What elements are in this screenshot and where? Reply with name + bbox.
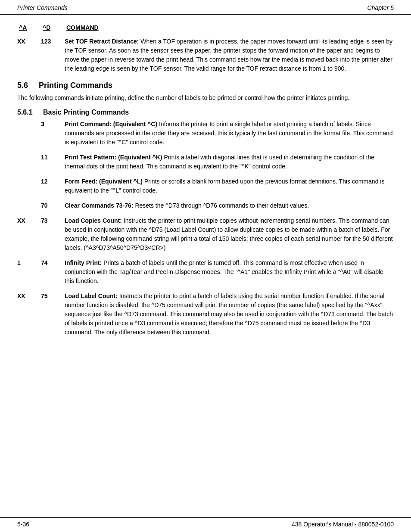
cmd-11-num: 11 [17, 153, 65, 171]
cmd-entry-12: 12 Form Feed: (Equivalent ^L) Prints or … [17, 177, 394, 195]
cmd-70-text: Resets the ^D73 through ^D76 commands to… [135, 202, 309, 209]
tof-desc: Set TOF Retract Distance: When a TOF ope… [65, 37, 394, 73]
cmd-73-title: Load Copies Count: [65, 217, 122, 224]
section-561-heading: 5.6.1 Basic Printing Commands [17, 109, 394, 116]
cmd-75-d: 75 [41, 292, 65, 337]
cmd-74-a: 1 [17, 258, 41, 286]
cmd-11-title: Print Test Pattern: (Equivalent ^K) [65, 154, 162, 161]
cmd-70-title: Clear Commands 73-76: [65, 202, 135, 209]
cmd-3-title: Print Command: (Equivalent ^C) [65, 121, 157, 128]
footer-right: 438 Operator's Manual - 880052-0100 [292, 521, 394, 528]
cmd-75-title: Load Label Count: [65, 292, 118, 299]
col-head-d: ^D [41, 23, 65, 32]
cmd-12-desc: Form Feed: (Equivalent ^L) Prints or scr… [65, 177, 394, 195]
cmd-70-num: 70 [17, 201, 65, 210]
cmd-entry-70: 70 Clear Commands 73-76: Resets the ^D73… [17, 201, 394, 210]
page: Printer Commands Chapter 5 ^A ^D COMMAND… [0, 0, 411, 532]
cmd-73-a: XX [17, 216, 41, 252]
page-header: Printer Commands Chapter 5 [0, 0, 411, 15]
cmd-73-desc: Load Copies Count: Instructs the printer… [65, 216, 394, 252]
cmd-12-num: 12 [17, 177, 65, 195]
command-table-header: ^A ^D COMMAND [17, 23, 394, 32]
cmd-entry-75: XX 75 Load Label Count: Instructs the pr… [17, 292, 394, 337]
footer-left: 5-36 [17, 521, 29, 528]
cmd-entry-11: 11 Print Test Pattern: (Equivalent ^K) P… [17, 153, 394, 171]
tof-entry: XX 123 Set TOF Retract Distance: When a … [17, 37, 394, 73]
cmd-74-title: Infinity Print: [65, 259, 102, 266]
cmd-73-d: 73 [41, 216, 65, 252]
section-56-title: Printing Commands [39, 81, 112, 90]
section-56-intro: The following commands initiate printing… [17, 93, 394, 103]
cmd-3-num: 3 [17, 120, 65, 147]
cmd-74-desc: Infinity Print: Prints a batch of labels… [65, 258, 394, 286]
cmd-entry-74: 1 74 Infinity Print: Prints a batch of l… [17, 258, 394, 286]
cmd-entry-73: XX 73 Load Copies Count: Instructs the p… [17, 216, 394, 252]
col-head-cmd: COMMAND [65, 23, 394, 32]
page-content: ^A ^D COMMAND XX 123 Set TOF Retract Dis… [0, 15, 411, 517]
header-right: Chapter 5 [367, 4, 394, 11]
cmd-70-desc: Clear Commands 73-76: Resets the ^D73 th… [65, 201, 394, 210]
cmd-74-d: 74 [41, 258, 65, 286]
cmd-74-text: Prints a batch of labels until the print… [65, 259, 383, 284]
cmd-12-title: Form Feed: (Equivalent ^L) [65, 178, 143, 185]
col-head-a: ^A [17, 23, 41, 32]
cmd-75-a: XX [17, 292, 41, 337]
section-56-heading: 5.6 Printing Commands [17, 81, 394, 90]
cmd-75-desc: Load Label Count: Instructs the printer … [65, 292, 394, 337]
page-footer: 5-36 438 Operator's Manual - 880052-0100 [0, 517, 411, 532]
cmd-11-desc: Print Test Pattern: (Equivalent ^K) Prin… [65, 153, 394, 171]
tof-a: XX [17, 37, 41, 73]
header-left: Printer Commands [17, 4, 68, 11]
section-561-title: Basic Printing Commands [43, 109, 129, 116]
cmd-3-desc: Print Command: (Equivalent ^C) Informs t… [65, 120, 394, 147]
section-561-num: 5.6.1 [17, 109, 33, 116]
tof-d: 123 [41, 37, 65, 73]
section-56-num: 5.6 [17, 81, 28, 90]
cmd-entry-3: 3 Print Command: (Equivalent ^C) Informs… [17, 120, 394, 147]
tof-title: Set TOF Retract Distance: [65, 38, 139, 45]
